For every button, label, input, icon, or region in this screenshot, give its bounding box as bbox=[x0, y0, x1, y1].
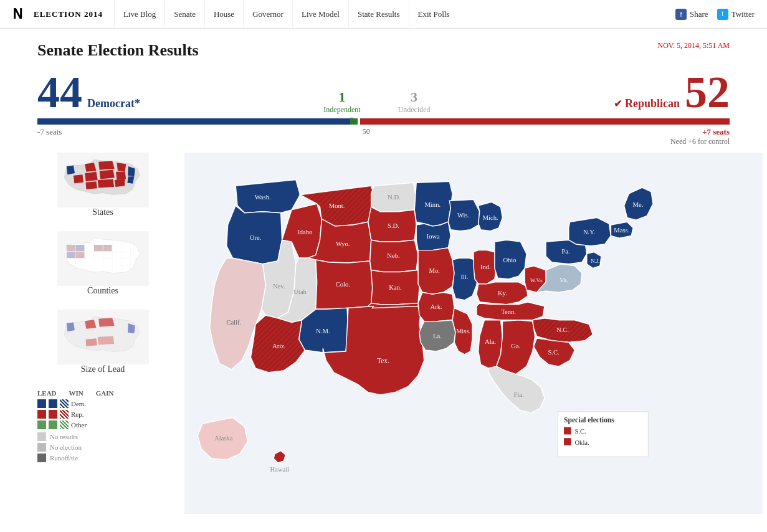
nyt-logo[interactable]: 𝖭 bbox=[12, 6, 22, 22]
undecided-label: Undecided bbox=[398, 105, 431, 115]
fifty-label: 50 bbox=[363, 127, 370, 136]
checkmark-icon: ✔ bbox=[614, 98, 622, 110]
nav-state-results[interactable]: State Results bbox=[348, 0, 409, 29]
label-tx: Tex. bbox=[377, 357, 389, 365]
rep-bar bbox=[360, 118, 730, 125]
rep-score: ✔ Republican 52 bbox=[614, 70, 730, 115]
legend-rep-label: Rep. bbox=[71, 411, 83, 418]
need-control: Need +6 for control bbox=[670, 137, 730, 146]
label-hi: Hawaii bbox=[270, 466, 289, 473]
label-oh: Ohio bbox=[503, 257, 516, 264]
label-ny: N.Y. bbox=[583, 229, 595, 235]
label-ms: Miss. bbox=[456, 328, 470, 335]
legend-rep-gain bbox=[60, 410, 69, 419]
label-va: Va. bbox=[560, 277, 568, 283]
label-sc: S.C. bbox=[548, 349, 559, 356]
runoff-label: Runoff/tie bbox=[50, 454, 78, 462]
undecided-number: 3 bbox=[398, 89, 431, 105]
legend-other-solid bbox=[37, 420, 46, 429]
counties-map-svg bbox=[55, 231, 151, 286]
svg-rect-13 bbox=[75, 245, 84, 251]
share-label: Share bbox=[690, 9, 708, 19]
legend-dem-win bbox=[49, 399, 57, 408]
legend-dem-solid bbox=[37, 399, 46, 408]
us-election-map[interactable]: Wash. Ore. Calif. Nev. Idaho Mont. Wyo bbox=[181, 153, 766, 514]
label-nj: N.J. bbox=[591, 258, 599, 264]
progress-bar bbox=[37, 118, 730, 125]
svg-rect-12 bbox=[66, 245, 75, 251]
label-ks: Kan. bbox=[389, 284, 401, 291]
counties-map-thumbnail[interactable] bbox=[55, 231, 151, 286]
size-thumbnail-container[interactable]: Size of Lead bbox=[37, 310, 168, 383]
svg-rect-16 bbox=[66, 252, 75, 258]
states-map-thumbnail[interactable] bbox=[55, 153, 151, 207]
label-or: Ore. bbox=[250, 234, 262, 241]
label-nc: N.C. bbox=[556, 326, 569, 333]
svg-rect-14 bbox=[93, 245, 102, 251]
svg-rect-15 bbox=[103, 245, 112, 251]
special-title-text: Special elections bbox=[564, 416, 614, 424]
legend-col-gain: GAIN bbox=[96, 389, 114, 397]
size-map-svg bbox=[55, 310, 151, 364]
label-in: Ind. bbox=[480, 264, 491, 270]
label-mi: Mich. bbox=[483, 214, 498, 221]
legend-other-win bbox=[49, 420, 57, 429]
nav-exit-polls[interactable]: Exit Polls bbox=[409, 0, 459, 29]
svg-rect-25 bbox=[564, 427, 571, 435]
label-wa: Wash. bbox=[255, 194, 271, 201]
dem-label: Democrat* bbox=[87, 97, 140, 110]
label-ca: Calif. bbox=[226, 319, 241, 326]
seats-left: -7 seats bbox=[37, 127, 62, 137]
states-label: States bbox=[92, 207, 113, 217]
nav-live-blog[interactable]: Live Blog bbox=[114, 0, 164, 29]
share-button[interactable]: f Share bbox=[675, 9, 708, 20]
progress-bar-section: ▼ bbox=[37, 118, 730, 125]
no-election-swatch bbox=[37, 443, 46, 452]
fifty-number: 50 bbox=[363, 127, 370, 136]
label-wy: Wyo. bbox=[336, 240, 350, 247]
nav-live-model[interactable]: Live Model bbox=[292, 0, 348, 29]
counties-thumbnail-container[interactable]: Counties bbox=[37, 231, 168, 305]
label-mo: Mo. bbox=[429, 267, 439, 274]
label-mt: Mont. bbox=[329, 202, 345, 209]
label-wi: Wis. bbox=[457, 212, 469, 219]
independent-score: 1 Independent bbox=[323, 89, 360, 115]
twitter-label: Twitter bbox=[731, 9, 755, 19]
legend-dem-gain bbox=[60, 399, 69, 408]
label-wv: W.Va. bbox=[530, 277, 543, 283]
sidebar: States bbox=[37, 153, 168, 514]
size-map-thumbnail[interactable] bbox=[55, 310, 151, 364]
date-text: NOV. 5, 2014, bbox=[658, 41, 701, 50]
legend: LEAD WIN GAIN Dem. Rep. bbox=[37, 389, 168, 462]
rep-number: 52 bbox=[685, 70, 730, 115]
legend-other-label: Other bbox=[71, 421, 87, 429]
twitter-button[interactable]: t Twitter bbox=[717, 9, 755, 20]
seats-right-group: +7 seats Need +6 for control bbox=[670, 127, 730, 146]
nav-senate[interactable]: Senate bbox=[164, 0, 204, 29]
legend-runoff: Runoff/tie bbox=[37, 454, 168, 462]
counties-label: Counties bbox=[87, 286, 118, 296]
main-content: Senate Election Results NOV. 5, 2014, 5:… bbox=[0, 29, 767, 526]
legend-no-results: No results bbox=[37, 432, 168, 441]
time-text: 5:51 AM bbox=[701, 41, 730, 50]
label-ma: Mass. bbox=[614, 227, 629, 234]
social-links: f Share t Twitter bbox=[675, 9, 755, 20]
no-election-label: No election bbox=[50, 444, 82, 451]
size-label: Size of Lead bbox=[81, 364, 125, 374]
label-tn: Tenn. bbox=[501, 308, 516, 315]
label-la: La. bbox=[433, 333, 442, 340]
label-ak: Alaska bbox=[214, 435, 233, 442]
label-ky: Ky. bbox=[498, 290, 507, 297]
nav-house[interactable]: House bbox=[204, 0, 243, 29]
no-results-label: No results bbox=[50, 433, 78, 440]
nav-governor[interactable]: Governor bbox=[243, 0, 292, 29]
center-scores: 1 Independent 3 Undecided bbox=[140, 89, 614, 115]
legend-other-gain bbox=[60, 420, 69, 429]
nav-links: Live Blog Senate House Governor Live Mod… bbox=[114, 0, 459, 29]
label-fl: Fla. bbox=[513, 391, 523, 398]
undecided-score: 3 Undecided bbox=[398, 89, 431, 115]
seats-row: -7 seats 50 +7 seats Need +6 for control bbox=[37, 127, 730, 146]
label-pa: Pa. bbox=[561, 248, 569, 255]
ind-number: 1 bbox=[323, 89, 360, 105]
states-thumbnail-container[interactable]: States bbox=[37, 153, 168, 226]
